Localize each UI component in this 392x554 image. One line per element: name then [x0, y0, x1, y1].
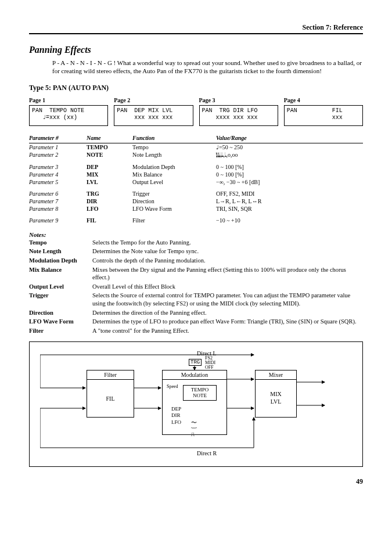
- mix-label: MIX: [270, 391, 281, 397]
- lcd-line: PAN DEP MIX LVL: [117, 107, 172, 114]
- lcd-line: PAN FIL: [287, 107, 343, 114]
- modulation-header: Modulation: [163, 370, 226, 380]
- lcd-line: PAN TEMPO NOTE: [32, 107, 84, 114]
- param-name: DIR: [87, 197, 132, 205]
- param-function: LFO Wave Form: [132, 205, 216, 213]
- param-number: Parameter 1: [29, 143, 87, 151]
- param-range: −∞, −30 ~ +6 [dB]: [216, 178, 363, 186]
- filter-body: FIL: [87, 380, 134, 405]
- dep-label: DEP: [171, 406, 181, 412]
- note-value: Overall Level of this Effect Block: [92, 282, 363, 292]
- note-key: LFO Wave Form: [29, 317, 92, 326]
- notes-row: TriggerSelects the Source of external co…: [29, 291, 363, 308]
- speed-label: Speed: [167, 384, 178, 389]
- type-heading: Type 5: PAN (AUTO PAN): [29, 84, 363, 92]
- param-number: Parameter 2: [29, 151, 87, 159]
- param-function: Direction: [132, 197, 216, 205]
- lcd-line: xxx: [287, 114, 343, 121]
- note-key: Modulation Depth: [29, 256, 92, 265]
- wave-icons: 〜〰⎍: [191, 420, 197, 437]
- param-function: Mix Balance: [132, 171, 216, 178]
- param-function: Filter: [132, 213, 216, 224]
- mixer-header: Mixer: [256, 370, 296, 380]
- page1-block: Page 1 PAN TEMPO NOTE ♩=xxx (xx): [29, 97, 108, 126]
- notes-heading: Notes:: [29, 231, 363, 238]
- col-function: Function: [132, 133, 216, 143]
- table-row: Parameter 3DEPModulation Depth0 ~ 100 [%…: [29, 159, 363, 171]
- page1-lcd: PAN TEMPO NOTE ♩=xxx (xx): [29, 105, 108, 126]
- lcd-line: xxxx xxx xxx: [202, 114, 258, 121]
- page2-block: Page 2 PAN DEP MIX LVL xxx xxx xxx: [114, 97, 193, 126]
- table-row: Parameter 4MIXMix Balance0 ~ 100 [%]: [29, 171, 363, 178]
- table-row: Parameter 1TEMPOTempo♩=50 ~ 250: [29, 143, 363, 151]
- param-function: Trigger: [132, 186, 216, 197]
- param-range: 0 ~ 100 [%]: [216, 159, 363, 171]
- param-range: 𝅘𝅥𝅯,𝅘𝅥𝅮,𝅘𝅥,𝅗𝅥,𝅘𝅥.,𝅗𝅥.,o,oo: [216, 151, 363, 159]
- tempo-note-box: TEMPO NOTE: [183, 385, 217, 401]
- notes-row: FilterA "tone control" for the Panning E…: [29, 326, 363, 336]
- param-range: 0 ~ 100 [%]: [216, 171, 363, 178]
- note-key: Note Length: [29, 247, 92, 256]
- param-number: Parameter 8: [29, 205, 87, 213]
- page3-block: Page 3 PAN TRG DIR LFO xxxx xxx xxx: [199, 97, 278, 126]
- param-number: Parameter 6: [29, 186, 87, 197]
- lvl-label: LVL: [271, 398, 282, 405]
- page3-lcd: PAN TRG DIR LFO xxxx xxx xxx: [199, 105, 278, 126]
- table-row: Parameter 2NOTENote Length𝅘𝅥𝅯,𝅘𝅥𝅮,𝅘𝅥,𝅗𝅥,…: [29, 151, 363, 159]
- page-title: Panning Effects: [29, 45, 363, 55]
- param-range: TRI, SIN, SQR: [216, 205, 363, 213]
- page2-lcd: PAN DEP MIX LVL xxx xxx xxx: [114, 105, 193, 126]
- mixer-body: MIX LVL: [256, 380, 296, 408]
- param-name: LVL: [87, 178, 132, 186]
- tempo-label: TEMPO: [191, 387, 209, 393]
- param-name: MIX: [87, 171, 132, 178]
- notes-row: LFO Wave FormDetermines the type of LFO …: [29, 317, 363, 326]
- note-key: Filter: [29, 326, 92, 336]
- notes-row: Modulation DepthControls the depth of th…: [29, 256, 363, 265]
- table-row: Parameter 8LFOLFO Wave FormTRI, SIN, SQR: [29, 205, 363, 213]
- note-key: Mix Balance: [29, 265, 92, 282]
- page3-label: Page 3: [199, 97, 278, 103]
- page4-label: Page 4: [284, 97, 363, 103]
- table-row: Parameter 5LVLOutput Level−∞, −30 ~ +6 […: [29, 178, 363, 186]
- param-range: ♩=50 ~ 250: [216, 143, 363, 151]
- param-number: Parameter 3: [29, 159, 87, 171]
- param-name: TEMPO: [87, 143, 132, 151]
- section-header: Section 7: Reference: [29, 23, 363, 34]
- page4-lcd: PAN FIL xxx: [284, 105, 363, 126]
- intro-text: P - A - N - N - I - N - G ! What a wonde…: [52, 59, 363, 75]
- note-label: NOTE: [193, 393, 207, 398]
- param-name: DEP: [87, 159, 132, 171]
- table-row: Parameter 6TRGTriggerOFF, FS2, MIDI: [29, 186, 363, 197]
- trg-options: FS2 MIDI OFF: [205, 356, 215, 370]
- notes-row: TempoSelects the Tempo for the Auto Pann…: [29, 238, 363, 247]
- param-range: L→R, L←R, L↔R: [216, 197, 363, 205]
- note-key: Tempo: [29, 238, 92, 247]
- note-value: A "tone control" for the Panning Effect.: [92, 326, 363, 336]
- param-number: Parameter 9: [29, 213, 87, 224]
- trg-box: TRG: [189, 359, 202, 366]
- note-value: Determines the direction of the Panning …: [92, 308, 363, 318]
- param-number: Parameter 5: [29, 178, 87, 186]
- lcd-pages-row: Page 1 PAN TEMPO NOTE ♩=xxx (xx) Page 2 …: [29, 97, 363, 126]
- page4-block: Page 4 PAN FIL xxx: [284, 97, 363, 126]
- note-value: Determines the Note value for Tempo sync…: [92, 247, 363, 256]
- param-range: OFF, FS2, MIDI: [216, 186, 363, 197]
- param-range: −10 ~ +10: [216, 213, 363, 224]
- col-parameter: Parameter #: [29, 133, 87, 143]
- note-value: Mixes between the Dry signal and the Pan…: [92, 265, 363, 282]
- note-value: Selects the Source of external control f…: [92, 291, 363, 308]
- col-value-range: Value/Range: [216, 133, 363, 143]
- param-function: Tempo: [132, 143, 216, 151]
- notes-row: Mix BalanceMixes between the Dry signal …: [29, 265, 363, 282]
- modulation-labels: DEP DIR LFO: [171, 406, 181, 426]
- signal-flow-diagram: Direct L Direct R Filter FIL Modulation …: [29, 341, 363, 467]
- notes-row: Note LengthDetermines the Note value for…: [29, 247, 363, 256]
- notes-table: TempoSelects the Tempo for the Auto Pann…: [29, 238, 363, 336]
- note-key: Output Level: [29, 282, 92, 292]
- filter-block: Filter FIL: [87, 370, 134, 418]
- notes-row: DirectionDetermines the direction of the…: [29, 308, 363, 318]
- note-key: Direction: [29, 308, 92, 318]
- param-number: Parameter 4: [29, 171, 87, 178]
- lcd-line: xxx xxx xxx: [117, 114, 172, 121]
